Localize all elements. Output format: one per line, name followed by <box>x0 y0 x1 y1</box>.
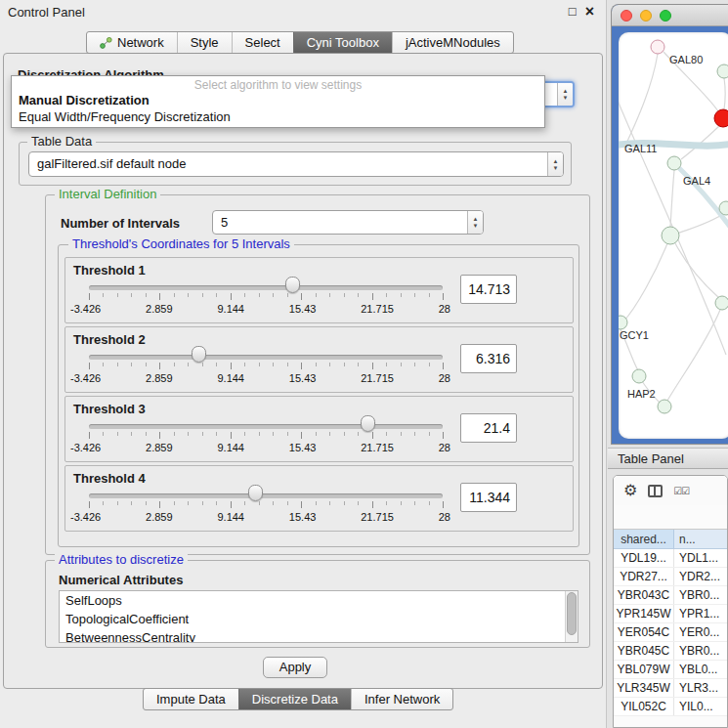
column-header-name[interactable]: n... <box>674 530 727 548</box>
table-cell[interactable]: YDL1... <box>674 549 727 567</box>
threshold-value-field[interactable]: 14.713 <box>460 275 517 304</box>
table-cell[interactable]: YDL19... <box>614 549 674 567</box>
tab-network[interactable]: Network <box>87 32 177 53</box>
network-edge[interactable] <box>623 243 667 321</box>
table-row[interactable]: YER054CYER0... <box>614 623 727 642</box>
minimize-traffic-light-icon[interactable] <box>640 10 652 21</box>
select-checkboxes-icon[interactable]: ☑☑ <box>673 486 689 496</box>
network-edge[interactable] <box>625 54 658 146</box>
scale-tick-label: 2.859 <box>146 442 173 453</box>
network-edge[interactable] <box>667 310 720 401</box>
table-cell[interactable]: YDR2... <box>674 568 727 585</box>
network-node-green[interactable] <box>715 296 728 310</box>
network-node-green[interactable] <box>619 316 627 329</box>
column-header-shared[interactable]: shared... <box>614 530 674 548</box>
scrollbar-thumb[interactable] <box>567 592 577 635</box>
tab-jactivemnodules[interactable]: jActiveMNodules <box>392 32 513 53</box>
close-traffic-light-icon[interactable] <box>621 10 632 21</box>
table-cell[interactable]: YBR0... <box>674 586 727 604</box>
attributes-group: Attributes to discretize Numerical Attri… <box>45 560 590 648</box>
slider-tick-marks <box>89 501 444 508</box>
slider-track[interactable] <box>89 424 443 429</box>
table-row[interactable]: YDR27...YDR2... <box>614 568 727 586</box>
network-edge[interactable] <box>675 243 719 298</box>
float-panel-icon[interactable]: □ <box>569 4 577 19</box>
slider-track[interactable] <box>89 355 443 360</box>
table-row[interactable]: YBR043CYBR0... <box>614 586 727 605</box>
apply-button[interactable]: Apply <box>263 657 327 678</box>
bottom-tab-bar: Impute DataDiscretize DataInfer Network <box>143 688 453 710</box>
slider-scale-labels: -3.4262.8599.14415.4321.71528 <box>70 442 450 453</box>
table-cell[interactable]: YPR1... <box>674 605 727 622</box>
network-edge[interactable] <box>724 78 725 109</box>
table-row[interactable]: YIL052CYIL0... <box>614 698 727 716</box>
control-panel: Control Panel □ × NetworkStyleSelectCyni… <box>0 0 607 728</box>
table-row[interactable]: YBL079WYBL0... <box>614 661 727 679</box>
threshold-value-field[interactable]: 21.4 <box>460 413 517 443</box>
table-cell[interactable]: YER054C <box>614 623 674 641</box>
slider-scale-labels: -3.4262.8599.14415.4321.71528 <box>70 372 450 384</box>
slider-track[interactable] <box>89 285 443 290</box>
number-of-intervals-combobox[interactable]: 5 ▲▼ <box>212 210 484 235</box>
network-node-green[interactable] <box>719 201 728 215</box>
network-window-titlebar[interactable] <box>612 5 728 26</box>
network-node-green[interactable] <box>662 227 679 244</box>
network-graph[interactable]: GAL80GAL11GAL4GCY1HAP2 <box>619 32 728 439</box>
slider-thumb[interactable] <box>192 346 206 363</box>
threshold-label: Threshold 1 <box>73 263 146 278</box>
table-panel-header[interactable]: Table Panel <box>608 448 728 469</box>
table-row[interactable]: YLR345WYLR3... <box>614 679 727 698</box>
threshold-value-field[interactable]: 6.316 <box>460 344 517 373</box>
close-panel-icon[interactable]: × <box>585 5 594 19</box>
network-node-green[interactable] <box>717 64 728 78</box>
table-cell[interactable]: YBR0... <box>674 642 727 660</box>
table-cell[interactable]: YIL052C <box>614 698 674 715</box>
table-cell[interactable]: YDR27... <box>614 568 674 585</box>
dropdown-option-equal-width-frequency[interactable]: Equal Width/Frequency Discretization <box>12 108 544 125</box>
network-node-green[interactable] <box>658 400 671 413</box>
list-scrollbar[interactable] <box>565 591 578 642</box>
zoom-traffic-light-icon[interactable] <box>660 10 671 21</box>
table-data-combobox[interactable]: galFiltered.sif default node ▲▼ <box>28 151 564 177</box>
dropdown-option-manual-discretization[interactable]: Manual Discretization <box>12 92 544 108</box>
tab-infer-network[interactable]: Infer Network <box>351 689 452 709</box>
network-edge[interactable] <box>677 214 723 234</box>
tab-cyni-toolbox[interactable]: Cyni Toolbox <box>293 32 392 53</box>
network-node-pink[interactable] <box>651 40 664 54</box>
table-cell[interactable]: YER0... <box>674 623 727 641</box>
interval-definition-group: Interval Definition Number of Intervals … <box>45 194 590 555</box>
settings-gear-icon[interactable]: ⚙ <box>623 483 637 498</box>
network-node-green[interactable] <box>632 369 646 383</box>
table-row[interactable]: YPR145WYPR1... <box>614 605 727 623</box>
table-cell[interactable]: YPR145W <box>614 605 674 622</box>
network-node-red[interactable] <box>714 109 728 127</box>
slider-thumb[interactable] <box>361 415 375 432</box>
tab-impute-data[interactable]: Impute Data <box>144 689 238 709</box>
table-row[interactable]: YDL19...YDL1... <box>614 549 727 568</box>
slider-thumb[interactable] <box>248 485 263 501</box>
table-cell[interactable]: YBR043C <box>614 586 674 604</box>
table-cell[interactable]: YBR045C <box>614 642 674 660</box>
attribute-list-item[interactable]: BetweennessCentrality <box>60 628 578 643</box>
table-cell[interactable]: YIL0... <box>674 698 727 715</box>
network-node-green[interactable] <box>667 156 681 170</box>
column-selector-icon[interactable] <box>648 485 663 497</box>
slider-track[interactable] <box>89 493 443 498</box>
table-cell[interactable]: YBL0... <box>674 661 727 678</box>
attribute-list-item[interactable]: TopologicalCoefficient <box>60 610 578 628</box>
tab-select[interactable]: Select <box>232 32 293 53</box>
table-cell[interactable]: YBL079W <box>614 661 674 678</box>
tab-style[interactable]: Style <box>177 32 232 53</box>
numerical-attributes-list[interactable]: SelfLoopsTopologicalCoefficientBetweenne… <box>59 590 578 643</box>
table-cell[interactable]: YLR345W <box>614 679 674 697</box>
network-edge[interactable] <box>670 170 674 227</box>
network-canvas[interactable]: GAL80GAL11GAL4GCY1HAP2 <box>619 32 728 439</box>
table-row[interactable]: YBR045CYBR0... <box>614 642 727 661</box>
tab-discretize-data[interactable]: Discretize Data <box>238 689 351 709</box>
slider-thumb[interactable] <box>285 277 300 293</box>
attribute-list-item[interactable]: SelfLoops <box>60 591 578 610</box>
network-edge[interactable] <box>619 89 726 355</box>
threshold-value-field[interactable]: 11.344 <box>460 483 517 512</box>
table-cell[interactable]: YLR3... <box>674 679 727 697</box>
scale-tick-label: -3.426 <box>70 511 101 523</box>
